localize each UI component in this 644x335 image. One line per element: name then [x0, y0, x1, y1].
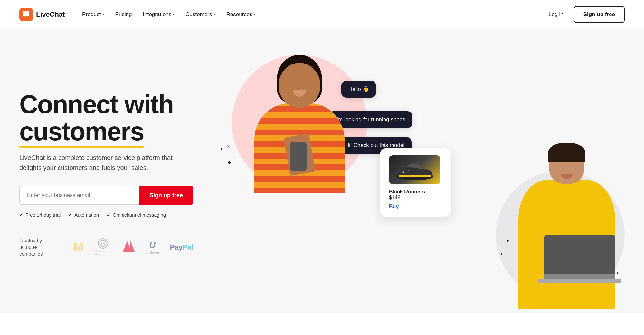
paypal-logo: PayPal	[170, 243, 193, 251]
hero-heading: Connect with customers	[19, 91, 193, 145]
product-card: Black Runners $149 Buy	[380, 148, 451, 217]
check-icon: ✓	[19, 212, 23, 218]
chat-bubble-hello: Hello 👋	[341, 81, 376, 98]
dot-decoration	[507, 240, 509, 242]
hero-left: Connect with customers LiveChat is a com…	[19, 91, 206, 257]
svg-point-8	[402, 171, 404, 173]
svg-marker-5	[130, 241, 135, 252]
adobe-logo	[123, 241, 135, 253]
mercedes-star-icon	[99, 240, 107, 247]
shoe-svg	[394, 159, 436, 181]
product-buy-button[interactable]: Buy	[389, 204, 442, 210]
unilever-logo: U Unilever	[145, 240, 160, 254]
svg-rect-7	[399, 175, 431, 177]
trust-logos: M Mercedes-Benz	[73, 238, 193, 256]
nav-pricing[interactable]: Pricing	[111, 9, 137, 20]
logo[interactable]: LiveChat	[19, 8, 65, 21]
nav-customers[interactable]: Customers ▾	[181, 9, 220, 20]
svg-line-2	[100, 243, 103, 246]
hero-heading-underline: customers	[19, 118, 144, 145]
dot-decoration	[228, 161, 231, 164]
feature-pill-omni: ✓ Omnichannel messaging	[107, 212, 166, 218]
chevron-down-icon: ▾	[173, 12, 175, 16]
svg-marker-4	[123, 241, 132, 252]
feature-pill-trial: ✓ Free 14-day trial	[19, 212, 61, 218]
chevron-down-icon: ▾	[102, 12, 104, 16]
trust-row: Trusted by 36,000+ companies M Mercede	[19, 237, 193, 257]
nav-right: Log in Sign up free	[545, 6, 625, 23]
svg-line-3	[103, 243, 106, 246]
dot-decoration	[221, 148, 222, 150]
product-name: Black Runners	[389, 189, 442, 195]
check-icon: ✓	[107, 212, 110, 218]
login-button[interactable]: Log in	[545, 9, 567, 20]
chevron-down-icon: ▾	[213, 12, 215, 16]
nav-product[interactable]: Product ▾	[78, 9, 109, 20]
man-figure	[512, 145, 621, 306]
hero-right: Hello 👋 I'm looking for running shoes Hi…	[206, 42, 625, 306]
nav-left: LiveChat Product ▾ Pricing Integrations …	[19, 8, 260, 21]
hero-section: Connect with customers LiveChat is a com…	[0, 29, 644, 313]
check-icon: ✓	[68, 212, 72, 218]
trust-text: Trusted by 36,000+ companies	[19, 237, 60, 257]
nav-resources[interactable]: Resources ▾	[222, 9, 260, 20]
signup-nav-button[interactable]: Sign up free	[574, 6, 625, 23]
logo-wordmark: LiveChat	[36, 10, 65, 19]
shoe-image	[389, 155, 440, 184]
feature-pill-automation: ✓ Automation	[68, 212, 99, 218]
dot-decoration	[501, 253, 502, 255]
signup-hero-button[interactable]: Sign up free	[139, 186, 193, 205]
dot-decoration	[617, 272, 618, 274]
nav-integrations[interactable]: Integrations ▾	[138, 9, 179, 20]
mcdonalds-logo: M	[73, 241, 83, 253]
x-decoration: ✕	[226, 143, 230, 150]
product-price: $149	[389, 195, 442, 201]
logo-svg	[22, 10, 30, 19]
feature-pills: ✓ Free 14-day trial ✓ Automation ✓ Omnic…	[19, 212, 193, 218]
chevron-down-icon: ▾	[254, 12, 256, 16]
nav-links: Product ▾ Pricing Integrations ▾ Custome…	[78, 9, 260, 20]
svg-point-9	[408, 170, 409, 171]
mercedes-logo: Mercedes-Benz	[94, 238, 112, 256]
adobe-icon	[123, 241, 135, 252]
logo-icon	[19, 8, 33, 21]
navbar: LiveChat Product ▾ Pricing Integrations …	[0, 0, 644, 29]
hero-subtext: LiveChat is a complete customer service …	[19, 153, 180, 173]
email-input[interactable]	[19, 186, 139, 205]
email-signup-row: Sign up free	[19, 186, 193, 205]
